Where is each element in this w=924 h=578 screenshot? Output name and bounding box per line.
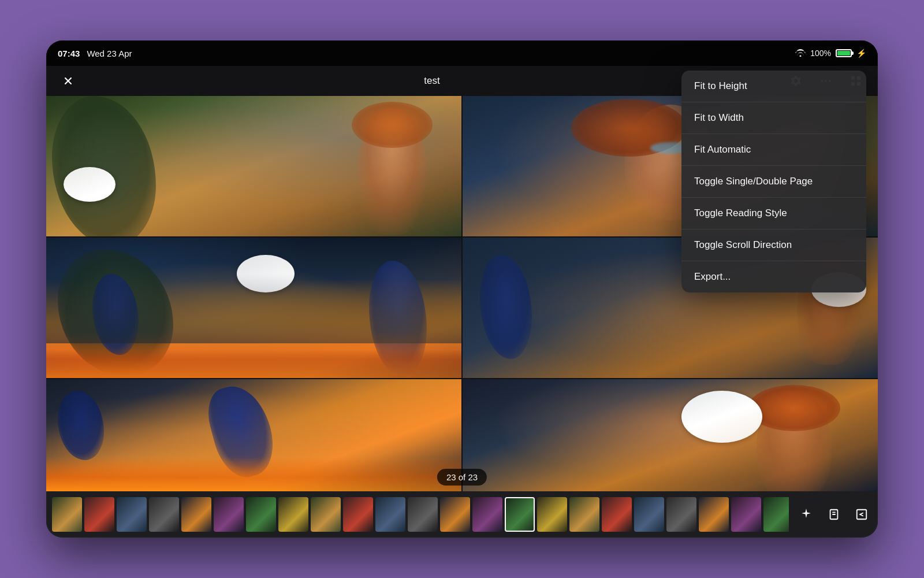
battery-bar [836,49,852,57]
comic-panel-5[interactable] [46,379,461,491]
thumbnail-item[interactable] [440,497,470,532]
thumb-strip-icons [791,504,872,525]
menu-item-export[interactable]: Export... [681,261,866,292]
close-button[interactable] [58,71,79,91]
menu-item-fit-height[interactable]: Fit to Height [681,71,866,102]
sparkle-button[interactable] [796,504,817,525]
thumbnail-item[interactable] [634,497,664,532]
thumbnail-item[interactable] [246,497,276,532]
thumbnail-item[interactable] [311,497,341,532]
thumbnail-scroll [52,497,789,532]
thumbnail-item[interactable] [181,497,211,532]
thumbnail-item[interactable] [666,497,696,532]
single-page-button[interactable] [824,504,844,525]
menu-item-toggle-scroll-dir[interactable]: Toggle Scroll Direction [681,229,866,261]
thumbnail-item[interactable] [763,497,789,532]
status-date: Wed 23 Apr [87,49,132,58]
header-title: test [424,75,439,87]
thumbnail-item[interactable] [278,497,308,532]
menu-item-toggle-single-double[interactable]: Toggle Single/Double Page [681,166,866,198]
status-left: 07:43 Wed 23 Apr [58,49,132,58]
charging-icon: ⚡ [856,49,866,58]
thumbnail-item[interactable] [505,497,535,532]
menu-item-fit-width[interactable]: Fit to Width [681,102,866,134]
thumbnail-item[interactable] [375,497,405,532]
back-button[interactable] [851,504,872,525]
thumbnail-item[interactable] [343,497,373,532]
comic-panel-1[interactable] [46,96,461,236]
context-menu: Fit to HeightFit to WidthFit AutomaticTo… [681,71,866,292]
battery-percent: 100% [810,49,831,58]
thumbnail-item[interactable] [84,497,114,532]
comic-panel-3[interactable] [46,238,461,378]
thumbnail-strip [46,491,878,538]
page-indicator-text: 23 of 23 [446,472,478,482]
thumbnail-item[interactable] [602,497,632,532]
wifi-icon [795,49,806,58]
thumbnail-item[interactable] [569,497,599,532]
battery-fill [837,51,850,55]
thumbnail-item[interactable] [52,497,82,532]
thumbnail-item[interactable] [537,497,567,532]
status-time: 07:43 [58,49,80,58]
thumbnail-item[interactable] [699,497,729,532]
thumbnail-item[interactable] [214,497,244,532]
thumbnail-item[interactable] [472,497,502,532]
menu-item-fit-auto[interactable]: Fit Automatic [681,134,866,166]
status-bar: 07:43 Wed 23 Apr 100% ⚡ [46,40,878,66]
menu-item-toggle-reading-style[interactable]: Toggle Reading Style [681,198,866,229]
speech-bubble-5 [681,391,762,443]
comic-panel-6[interactable] [463,379,878,491]
thumbnail-item[interactable] [149,497,179,532]
page-indicator: 23 of 23 [437,469,487,486]
status-right: 100% ⚡ [795,49,866,58]
header-left [58,71,79,91]
speech-bubble-1 [64,167,116,202]
svg-rect-9 [857,510,867,520]
thumbnail-item[interactable] [408,497,438,532]
device-frame: 07:43 Wed 23 Apr 100% ⚡ [46,40,878,538]
thumbnail-item[interactable] [117,497,147,532]
thumbnail-item[interactable] [731,497,761,532]
